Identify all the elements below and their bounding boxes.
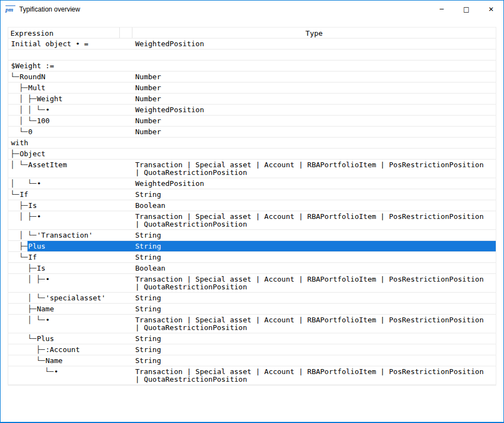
maximize-button[interactable]: □ xyxy=(454,1,479,18)
table-row[interactable]: │ └─'specialasset'String xyxy=(8,293,496,304)
table-row[interactable]: └─•Transaction | Special asset | Account… xyxy=(8,366,496,385)
table-row[interactable]: │ └─100Number xyxy=(8,116,496,127)
table-header: Expression Type xyxy=(8,28,496,39)
type-value: Transaction | Special asset | Account | … xyxy=(132,366,496,384)
tree-connector: └─ xyxy=(8,355,45,366)
expression-label: 'Transaction' xyxy=(36,230,132,240)
table-row[interactable]: └─IfString xyxy=(8,189,496,200)
column-header-type[interactable]: Type xyxy=(132,28,496,38)
expression-label: Plus xyxy=(27,241,132,251)
table-row[interactable]: └─RoundNNumber xyxy=(8,72,496,83)
tree-connector: │ └─ xyxy=(8,160,27,178)
table-row-selected[interactable]: ├─PlusString xyxy=(8,241,496,252)
expression-cell: └─If xyxy=(8,252,132,262)
type-value: Transaction | Special asset | Account | … xyxy=(132,274,496,292)
tree-connector: ├─ xyxy=(8,304,36,314)
window-body: Expression Type Initial object • =Weight… xyxy=(1,18,503,422)
close-icon: ✕ xyxy=(488,6,494,13)
expression-cell: │ └─100 xyxy=(8,116,132,126)
expression-cell: ├─Object xyxy=(8,149,132,159)
table-row[interactable]: └─NameString xyxy=(8,355,496,366)
type-value xyxy=(132,138,496,148)
tree-connector: │ └─ xyxy=(8,315,45,333)
expression-label: $Weight := xyxy=(10,61,132,71)
table-row[interactable]: └─IfString xyxy=(8,252,496,263)
table-row[interactable]: ├─IsBoolean xyxy=(8,200,496,211)
expression-cell: │ ├─• xyxy=(8,211,132,229)
type-value: Number xyxy=(132,127,496,137)
table-row[interactable]: └─PlusString xyxy=(8,333,496,344)
type-value: String xyxy=(132,293,496,303)
column-header-spacer[interactable] xyxy=(120,28,132,38)
tree-connector: ├─ xyxy=(8,344,45,355)
expression-label: • xyxy=(36,211,132,229)
type-value: String xyxy=(132,344,496,355)
table-row[interactable]: │ ├─WeightNumber xyxy=(8,94,496,105)
expression-cell xyxy=(8,50,132,60)
table-row[interactable]: ├─NameString xyxy=(8,304,496,315)
maximize-icon: □ xyxy=(463,6,469,13)
type-value: Transaction | Special asset | Account | … xyxy=(132,160,496,178)
type-value xyxy=(132,61,496,71)
minimize-button[interactable]: ─ xyxy=(429,1,454,18)
expression-label: Initial object • = xyxy=(10,39,132,49)
expression-label: AssetItem xyxy=(27,160,132,178)
tree-connector: │ ├─ xyxy=(8,211,36,229)
expression-cell: │ └─'specialasset' xyxy=(8,293,132,303)
table-row[interactable]: │ └─•WeightedPosition xyxy=(8,178,496,189)
window-title: Typification overview xyxy=(19,6,80,13)
table-row[interactable]: │ └─•Transaction | Special asset | Accou… xyxy=(8,315,496,333)
type-value xyxy=(132,149,496,159)
table-row[interactable]: $Weight := xyxy=(8,61,496,72)
expression-cell: │ └─AssetItem xyxy=(8,160,132,178)
table-row[interactable]: │ └─AssetItemTransaction | Special asset… xyxy=(8,160,496,178)
expression-cell: ├─:Account xyxy=(8,344,132,355)
table-row[interactable]: Initial object • =WeightedPosition xyxy=(8,39,496,50)
typification-table: Expression Type Initial object • =Weight… xyxy=(8,27,496,386)
tree-connector: └─ xyxy=(8,333,36,344)
expression-label: If xyxy=(27,252,132,262)
expression-label: RoundN xyxy=(19,72,132,82)
expression-cell: └─If xyxy=(8,189,132,200)
expression-cell: with xyxy=(8,138,132,148)
expression-cell: │ └─'Transaction' xyxy=(8,230,132,240)
table-row[interactable]: with xyxy=(8,138,496,149)
tree-connector: └─ xyxy=(8,252,27,262)
tree-connector: ├─ xyxy=(8,83,27,93)
table-row[interactable]: │ ├─•Transaction | Special asset | Accou… xyxy=(8,211,496,230)
expression-cell: ├─Mult xyxy=(8,83,132,93)
type-value: Transaction | Special asset | Account | … xyxy=(132,315,496,333)
type-value: Transaction | Special asset | Account | … xyxy=(132,211,496,229)
type-value: String xyxy=(132,189,496,200)
table-row[interactable]: ├─MultNumber xyxy=(8,83,496,94)
titlebar: pm Typification overview ─ □ ✕ xyxy=(1,1,503,18)
type-value: Boolean xyxy=(132,263,496,273)
expression-cell: └─Name xyxy=(8,355,132,366)
type-value: String xyxy=(132,304,496,314)
expression-cell: │ ├─• xyxy=(8,274,132,292)
tree-connector: └─ xyxy=(8,189,19,200)
table-row[interactable]: ├─:AccountString xyxy=(8,344,496,355)
type-value: WeightedPosition xyxy=(132,178,496,189)
expression-label: • xyxy=(45,105,132,115)
table-row[interactable]: └─0Number xyxy=(8,127,496,138)
type-value: String xyxy=(132,333,496,344)
expression-label: Name xyxy=(36,304,132,314)
table-row[interactable]: │ │ └─•WeightedPosition xyxy=(8,105,496,116)
close-button[interactable]: ✕ xyxy=(479,1,503,18)
table-row[interactable]: │ ├─•Transaction | Special asset | Accou… xyxy=(8,274,496,293)
expression-label: Name xyxy=(45,355,132,366)
column-header-expression[interactable]: Expression xyxy=(8,28,120,38)
type-value: Number xyxy=(132,72,496,82)
type-value xyxy=(132,50,496,60)
expression-label: Weight xyxy=(36,94,132,104)
table-row[interactable]: ├─Object xyxy=(8,149,496,160)
table-row[interactable]: │ └─'Transaction'String xyxy=(8,230,496,241)
expression-label: If xyxy=(19,189,132,200)
minimize-icon: ─ xyxy=(440,6,444,13)
table-row[interactable]: ├─IsBoolean xyxy=(8,263,496,274)
expression-label: • xyxy=(45,274,132,292)
expression-label: Object xyxy=(19,149,132,159)
tree-connector: │ ├─ xyxy=(8,94,36,104)
table-row[interactable] xyxy=(8,50,496,61)
